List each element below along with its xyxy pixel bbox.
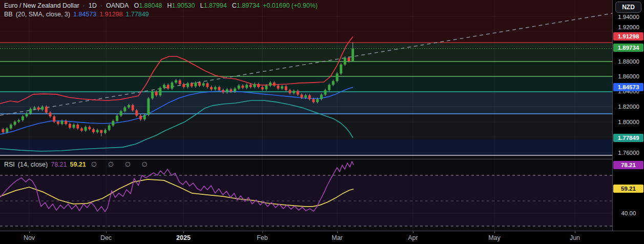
- rsi-value: 78.21: [51, 161, 67, 168]
- candle-body: [316, 99, 319, 102]
- candle-body: [49, 113, 52, 116]
- price-scale[interactable]: NZD 1.940001.920001.880001.860001.840001…: [612, 0, 644, 231]
- time-axis-tick: [337, 231, 338, 233]
- price-zone: [0, 114, 612, 139]
- currency-toggle-button[interactable]: NZD: [615, 2, 641, 13]
- candle-body: [293, 91, 295, 93]
- time-axis-tick: [575, 231, 575, 233]
- candle-body: [147, 98, 150, 115]
- time-axis-label: Nov: [24, 234, 35, 241]
- candle-body: [234, 89, 236, 92]
- candle-body: [277, 86, 279, 89]
- time-axis-label: Jun: [570, 234, 580, 241]
- candle-body: [308, 95, 311, 99]
- price-scale-label: 1.94000: [613, 14, 644, 20]
- candle-body: [33, 108, 36, 109]
- change-label: +0.01690 (+0.90%): [263, 2, 318, 9]
- candle-body: [37, 108, 40, 110]
- candle-body: [116, 116, 118, 121]
- candle-body: [300, 95, 303, 98]
- candle-body: [230, 89, 232, 91]
- time-axis-label: Dec: [100, 234, 112, 241]
- symbol-legend[interactable]: Euro / New Zealand Dollar · 1D · OANDA O…: [4, 2, 318, 9]
- candle-body: [273, 83, 276, 86]
- price-scale-label: 1.76000: [613, 150, 644, 156]
- candle-body: [241, 86, 244, 88]
- candle-body: [257, 84, 260, 87]
- exchange-label[interactable]: OANDA: [106, 2, 129, 9]
- candle-body: [57, 121, 59, 124]
- candle-body: [198, 83, 201, 86]
- candle-body: [128, 105, 130, 107]
- candle-body: [41, 107, 44, 110]
- candle-body: [312, 99, 315, 102]
- candle-body: [297, 91, 299, 94]
- time-axis-label: Mar: [331, 234, 343, 241]
- candle-body: [139, 116, 142, 119]
- ohlc-open: O1.88048: [132, 2, 162, 9]
- candle-body: [2, 129, 5, 132]
- price-scale-label: 1.80000: [613, 119, 644, 125]
- candle-body: [226, 89, 228, 92]
- price-scale-label: 40.00: [613, 210, 644, 216]
- main-chart-pane[interactable]: Euro / New Zealand Dollar · 1D · OANDA O…: [0, 0, 612, 159]
- time-axis-label: May: [488, 234, 501, 241]
- rsi-chart-canvas[interactable]: [0, 159, 612, 231]
- rsi-ma-value: 59.21: [70, 161, 86, 168]
- candle-body: [73, 125, 75, 128]
- pane-separator[interactable]: [0, 159, 612, 159]
- time-axis-tick: [262, 231, 263, 233]
- candle-body: [96, 130, 99, 132]
- price-badge: 1.91298: [613, 32, 643, 40]
- price-badge: 1.84573: [613, 83, 643, 91]
- candle-body: [186, 84, 189, 87]
- candle-body: [351, 49, 354, 62]
- candle-body: [222, 90, 224, 92]
- bb-basis-value: 1.84573: [73, 11, 96, 18]
- candle-body: [26, 113, 28, 116]
- price-zone: [0, 92, 612, 114]
- candle-body: [304, 95, 307, 97]
- time-axis-label: 2025: [176, 234, 191, 241]
- candle-body: [6, 129, 8, 132]
- rsi-indicator-legend[interactable]: RSI (14, close) 78.21 59.21 ∅ ∅ ∅ ∅: [4, 160, 152, 168]
- candle-body: [340, 65, 342, 74]
- candle-body: [194, 83, 197, 86]
- candle-body: [261, 87, 264, 89]
- price-scale-label: 1.82000: [613, 104, 644, 110]
- candle-body: [245, 85, 248, 88]
- candle-body: [285, 86, 287, 90]
- candle-body: [182, 84, 185, 87]
- candle-body: [332, 81, 335, 85]
- symbol-title[interactable]: Euro / New Zealand Dollar: [4, 2, 79, 9]
- time-axis-tick: [29, 231, 30, 233]
- price-badge: 59.21: [613, 185, 643, 193]
- candle-body: [250, 85, 252, 87]
- candle-body: [344, 58, 346, 65]
- price-scale-label: 1.92000: [613, 24, 644, 30]
- candle-body: [143, 115, 146, 119]
- interval-label[interactable]: 1D: [89, 2, 97, 9]
- candle-body: [29, 109, 32, 113]
- candle-body: [218, 87, 220, 90]
- rsi-params: (14, close): [18, 161, 48, 168]
- time-axis[interactable]: NovDec2025FebMarAprMayJun: [0, 231, 644, 244]
- candle-body: [100, 130, 102, 133]
- rsi-empty-slots: ∅ ∅ ∅ ∅: [91, 160, 152, 168]
- bb-lower-value: 1.77849: [126, 11, 149, 18]
- candle-body: [80, 129, 83, 131]
- rsi-pane[interactable]: RSI (14, close) 78.21 59.21 ∅ ∅ ∅ ∅: [0, 159, 612, 231]
- candle-body: [324, 90, 326, 95]
- candle-body: [206, 84, 209, 87]
- candle-body: [202, 84, 205, 86]
- candle-body: [214, 87, 217, 89]
- bb-title: BB: [4, 11, 13, 18]
- time-axis-tick: [494, 231, 495, 233]
- price-chart-canvas[interactable]: [0, 0, 612, 159]
- price-scale-label: 1.86000: [613, 73, 644, 79]
- bb-indicator-legend[interactable]: BB (20, SMA, close, 3) 1.84573 1.91298 1…: [4, 11, 149, 18]
- candle-body: [167, 85, 170, 89]
- candle-body: [288, 90, 291, 93]
- time-axis-tick: [183, 231, 184, 233]
- candle-body: [85, 127, 87, 131]
